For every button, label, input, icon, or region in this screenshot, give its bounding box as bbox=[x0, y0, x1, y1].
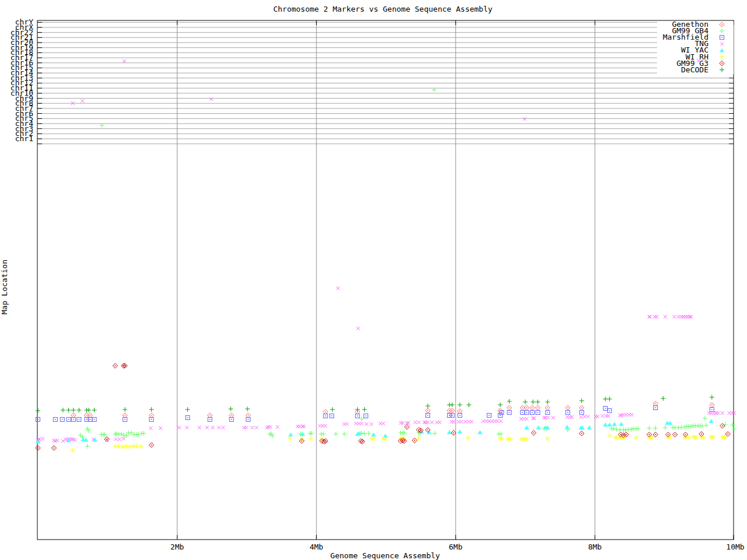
data-point bbox=[732, 411, 736, 415]
diamond-dot bbox=[453, 432, 454, 433]
square-dot bbox=[247, 419, 249, 420]
data-point bbox=[636, 426, 640, 431]
star-glyph bbox=[383, 437, 388, 442]
square-dot bbox=[94, 419, 95, 420]
cross-glyph bbox=[601, 414, 605, 418]
diamond-dot bbox=[581, 407, 582, 408]
data-point bbox=[629, 427, 633, 432]
cross-glyph bbox=[647, 315, 651, 318]
triangle-glyph bbox=[536, 425, 541, 429]
data-point bbox=[607, 422, 612, 426]
square-dot bbox=[90, 419, 91, 420]
data-point bbox=[710, 402, 714, 407]
plus-glyph bbox=[523, 400, 528, 404]
data-point bbox=[653, 432, 658, 437]
data-point bbox=[414, 421, 417, 424]
data-point bbox=[466, 402, 471, 407]
data-point bbox=[345, 422, 349, 426]
cross-glyph bbox=[570, 415, 574, 419]
data-point bbox=[71, 448, 75, 453]
series-tng bbox=[36, 59, 736, 443]
data-point bbox=[612, 422, 617, 426]
square-dot bbox=[532, 412, 533, 413]
cross-glyph bbox=[159, 426, 162, 430]
diamond-dot bbox=[54, 447, 55, 449]
square-dot bbox=[452, 415, 453, 416]
square-dot bbox=[449, 415, 450, 416]
data-point bbox=[177, 426, 181, 429]
x-tick-label: 8Mb bbox=[588, 542, 602, 551]
plus-glyph bbox=[700, 424, 704, 428]
data-point bbox=[359, 416, 364, 421]
square-dot bbox=[459, 415, 460, 416]
star-glyph bbox=[607, 433, 612, 438]
square-dot bbox=[37, 419, 39, 420]
data-point bbox=[536, 411, 540, 415]
data-point bbox=[365, 422, 368, 426]
star-glyph bbox=[127, 444, 132, 449]
data-point bbox=[217, 426, 221, 429]
square-dot bbox=[325, 415, 326, 416]
star-glyph bbox=[116, 444, 121, 449]
data-point bbox=[580, 398, 584, 403]
data-point bbox=[275, 425, 279, 429]
data-point bbox=[647, 426, 651, 430]
data-point bbox=[404, 425, 409, 429]
data-point bbox=[221, 426, 225, 429]
data-point bbox=[185, 407, 190, 412]
cross-glyph bbox=[523, 117, 526, 121]
cross-glyph bbox=[470, 420, 473, 424]
diamond-dot bbox=[106, 439, 107, 440]
triangle-glyph bbox=[708, 419, 713, 423]
data-point bbox=[507, 399, 512, 404]
diamond-dot bbox=[711, 404, 713, 405]
cross-glyph bbox=[580, 415, 583, 419]
diamond-dot bbox=[721, 24, 722, 25]
data-point bbox=[545, 400, 550, 404]
data-point bbox=[139, 444, 144, 449]
data-point bbox=[583, 415, 587, 418]
data-point bbox=[499, 419, 502, 423]
diamond-dot bbox=[533, 432, 535, 433]
plus-glyph bbox=[704, 423, 708, 428]
star-glyph bbox=[545, 436, 550, 441]
data-point bbox=[92, 418, 96, 422]
triangle-glyph bbox=[619, 422, 624, 426]
data-point bbox=[85, 444, 90, 449]
cross-glyph bbox=[268, 425, 272, 429]
data-point bbox=[551, 416, 555, 419]
data-point bbox=[119, 432, 124, 436]
data-point bbox=[703, 416, 707, 421]
plus-glyph bbox=[536, 400, 540, 404]
square-dot bbox=[73, 419, 74, 420]
legend-label-decode: DeCODE bbox=[681, 65, 708, 74]
plus-glyph bbox=[66, 408, 71, 412]
data-point bbox=[86, 408, 91, 412]
plus-glyph bbox=[498, 402, 502, 407]
data-point bbox=[580, 411, 584, 415]
data-point bbox=[371, 437, 376, 442]
data-point bbox=[362, 431, 367, 436]
axis-labels-layer: chrYchrXchr22chr21chr20chr19chr18chr17ch… bbox=[11, 18, 745, 551]
cross-glyph bbox=[382, 422, 385, 425]
square-dot bbox=[68, 419, 69, 420]
cross-glyph bbox=[583, 415, 587, 418]
cross-glyph bbox=[655, 315, 659, 318]
cross-glyph bbox=[365, 422, 368, 426]
triangle-glyph bbox=[477, 430, 482, 434]
data-point bbox=[612, 426, 616, 431]
cross-glyph bbox=[525, 417, 528, 421]
data-point bbox=[342, 432, 347, 436]
cross-glyph bbox=[149, 426, 152, 430]
cross-glyph bbox=[255, 426, 259, 429]
data-point bbox=[36, 408, 40, 413]
data-point bbox=[606, 414, 610, 418]
data-point bbox=[52, 439, 55, 442]
diamond-dot bbox=[459, 411, 460, 412]
triangle-glyph bbox=[371, 432, 376, 436]
data-point bbox=[430, 421, 434, 424]
data-point bbox=[448, 414, 452, 418]
plus-glyph bbox=[710, 395, 714, 400]
data-point bbox=[198, 426, 201, 429]
cross-glyph bbox=[495, 419, 499, 423]
